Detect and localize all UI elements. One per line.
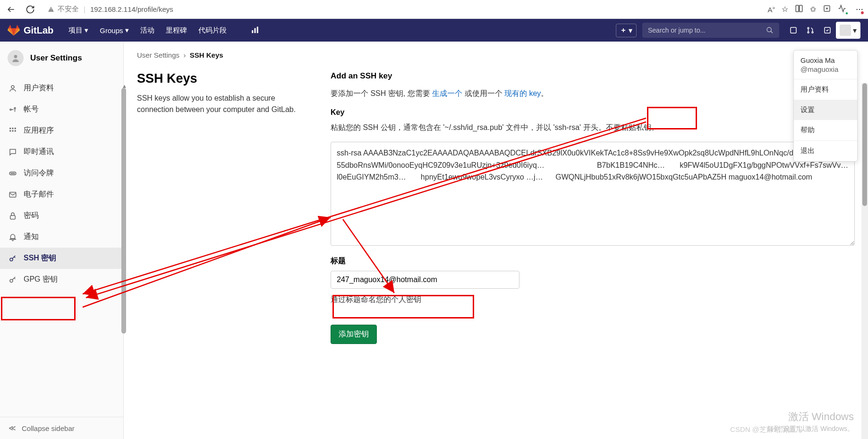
chevron-down-icon: ▾: [125, 26, 129, 34]
dropdown-user-info: Guoxia Ma @maguoxia: [794, 51, 857, 79]
favorite-icon[interactable]: ☆: [782, 5, 788, 14]
search-placeholder: Search or jump to...: [648, 26, 706, 34]
svg-point-8: [808, 27, 809, 29]
svg-point-6: [767, 27, 771, 32]
dropdown-logout[interactable]: 退出: [794, 141, 857, 161]
settings-sidebar: ▲ User Settings 用户资料帐号应用程序即时通讯访问令牌电子邮件密码…: [0, 42, 124, 439]
lock-icon: [9, 212, 17, 220]
generate-key-link[interactable]: 生成一个: [432, 89, 462, 97]
key-icon: [9, 275, 17, 284]
favorites-bar-icon[interactable]: ✩: [810, 5, 816, 14]
add-key-button[interactable]: 添加密钥: [331, 325, 377, 344]
user-icon: [9, 84, 17, 93]
collapse-sidebar[interactable]: ≪ Collapse sidebar: [0, 417, 123, 439]
sidebar-item-label: 即时通讯: [24, 147, 54, 157]
svg-point-9: [808, 32, 809, 33]
svg-rect-21: [15, 130, 16, 131]
svg-rect-16: [9, 128, 11, 129]
dropdown-profile[interactable]: 用户资料: [794, 79, 857, 100]
sidebar-item-4[interactable]: 访问令牌: [0, 163, 123, 184]
sidebar-item-label: 应用程序: [24, 126, 54, 136]
merge-requests-icon[interactable]: [802, 26, 819, 34]
gitlab-logo[interactable]: GitLab: [8, 24, 53, 36]
title-input[interactable]: [331, 271, 519, 289]
svg-point-29: [10, 279, 13, 282]
nav-activity[interactable]: 活动: [135, 19, 160, 42]
svg-rect-5: [256, 27, 258, 34]
svg-rect-3: [252, 30, 253, 33]
svg-point-14: [10, 109, 11, 110]
csdn-watermark: CSDN @芝麻馅汤圆儿: [730, 425, 802, 434]
svg-rect-19: [9, 130, 11, 131]
user-menu-button[interactable]: ▾: [836, 22, 860, 39]
sidebar-item-label: 密码: [24, 211, 39, 221]
key-textarea[interactable]: [331, 142, 855, 246]
key-help-text: 粘贴您的 SSH 公钥，通常包含在 '~/.ssh/id_rsa.pub' 文件…: [331, 121, 855, 134]
sidebar-item-7[interactable]: 通知: [0, 226, 123, 248]
svg-point-10: [812, 32, 813, 33]
svg-rect-17: [12, 128, 14, 129]
breadcrumb-parent[interactable]: User Settings: [137, 51, 179, 59]
sidebar-item-9[interactable]: GPG 密钥: [0, 269, 123, 290]
svg-point-25: [14, 173, 15, 174]
sidebar-item-label: GPG 密钥: [24, 275, 58, 284]
todos-icon[interactable]: [819, 26, 836, 34]
svg-rect-4: [254, 28, 255, 34]
page-title: SSH Keys: [137, 71, 312, 86]
dropdown-settings[interactable]: 设置: [794, 100, 857, 120]
chat-icon: [9, 148, 17, 156]
search-input[interactable]: Search or jump to...: [642, 23, 779, 38]
sidebar-item-1[interactable]: 帐号: [0, 99, 123, 120]
brand-text: GitLab: [24, 25, 53, 36]
address-bar[interactable]: 不安全 | 192.168.2.114/profile/keys: [43, 5, 762, 14]
sidebar-header: User Settings: [0, 42, 123, 75]
bell-icon: [9, 233, 17, 241]
sidebar-item-label: 帐号: [24, 104, 39, 114]
sidebar-item-label: 访问令牌: [24, 168, 54, 178]
page-scrollbar[interactable]: [861, 83, 868, 439]
svg-point-24: [12, 173, 13, 174]
sidebar-item-label: 电子邮件: [24, 189, 54, 199]
title-label: 标题: [331, 256, 855, 266]
split-screen-icon[interactable]: [795, 4, 803, 15]
svg-rect-27: [10, 215, 16, 219]
sidebar-item-6[interactable]: 密码: [0, 205, 123, 226]
svg-point-28: [10, 258, 13, 261]
nav-groups[interactable]: Groups ▾: [94, 19, 134, 42]
user-dropdown-menu: Guoxia Ma @maguoxia 用户资料 设置 帮助 退出: [793, 50, 858, 162]
breadcrumb-current: SSH Keys: [190, 51, 223, 59]
gitlab-navbar: GitLab 项目 ▾ Groups ▾ 活动 里程碑 代码片段 ▾ Searc…: [0, 19, 868, 42]
new-dropdown-button[interactable]: ▾: [616, 24, 637, 37]
mail-icon: [9, 190, 17, 199]
security-warning: 不安全: [47, 5, 79, 14]
collections-icon[interactable]: [823, 4, 831, 15]
sidebar-item-label: 用户资料: [24, 83, 54, 93]
user-avatar-icon: [8, 50, 24, 66]
avatar: [840, 25, 851, 36]
title-hint: 通过标题命名您的个人密钥: [331, 293, 855, 306]
key-label: Key: [331, 108, 855, 117]
issues-icon[interactable]: [785, 26, 802, 34]
sidebar-item-0[interactable]: 用户资料: [0, 77, 123, 99]
dropdown-user-handle: @maguoxia: [800, 65, 851, 73]
chevron-down-icon: ▾: [629, 26, 632, 35]
refresh-button[interactable]: [24, 3, 37, 16]
sidebar-title: User Settings: [30, 53, 82, 63]
dropdown-help[interactable]: 帮助: [794, 120, 857, 140]
security-warning-text: 不安全: [58, 5, 79, 14]
back-button[interactable]: [5, 3, 18, 16]
sidebar-item-2[interactable]: 应用程序: [0, 120, 123, 141]
nav-snippets[interactable]: 代码片段: [193, 19, 232, 42]
windows-watermark: 激活 Windows 转到"设置"以激活 Windows。: [767, 410, 854, 433]
cog-icon: [9, 105, 17, 114]
sidebar-item-5[interactable]: 电子邮件: [0, 184, 123, 205]
existing-key-link[interactable]: 现有的 key: [504, 89, 541, 97]
more-menu-icon[interactable]: ⋯: [856, 5, 863, 14]
nav-projects[interactable]: 项目 ▾: [63, 19, 94, 42]
analytics-icon[interactable]: [247, 26, 264, 34]
nav-milestones[interactable]: 里程碑: [160, 19, 193, 42]
performance-icon[interactable]: ●: [838, 4, 849, 15]
read-aloud-icon[interactable]: A»: [767, 5, 775, 14]
sidebar-item-8[interactable]: SSH 密钥: [0, 248, 123, 269]
sidebar-item-3[interactable]: 即时通讯: [0, 141, 123, 163]
